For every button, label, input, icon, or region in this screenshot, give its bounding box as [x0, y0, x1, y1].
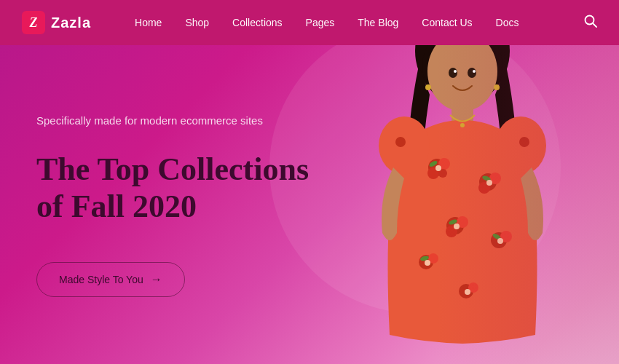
svg-point-30: [486, 180, 492, 186]
hero-content: Specifically made for modern ecommerce s…: [0, 45, 364, 364]
site-header: Z Zazla Home Shop Collections Pages The …: [0, 0, 619, 45]
svg-point-33: [425, 260, 430, 266]
svg-point-34: [465, 289, 470, 295]
svg-line-43: [593, 23, 596, 27]
svg-point-35: [379, 116, 430, 175]
svg-point-40: [425, 84, 431, 90]
logo-icon: Z: [22, 11, 45, 34]
main-nav: Home Shop Collections Pages The Blog Con…: [135, 17, 584, 28]
nav-collections[interactable]: Collections: [232, 17, 282, 28]
svg-point-29: [435, 165, 441, 171]
cta-button[interactable]: Made Style To You →: [36, 262, 185, 297]
hero-subtitle: Specifically made for modern ecommerce s…: [36, 112, 320, 130]
svg-point-37: [395, 137, 406, 147]
svg-point-41: [494, 84, 500, 90]
svg-point-36: [495, 116, 546, 175]
hero-title: The Top Collectionsof Fall 2020: [36, 151, 320, 225]
svg-point-5: [468, 68, 476, 78]
nav-pages[interactable]: Pages: [306, 17, 335, 28]
nav-contact[interactable]: Contact Us: [422, 17, 472, 28]
nav-blog[interactable]: The Blog: [358, 17, 398, 28]
logo[interactable]: Z Zazla: [22, 11, 91, 34]
nav-shop[interactable]: Shop: [185, 17, 209, 28]
nav-docs[interactable]: Docs: [496, 17, 519, 28]
search-icon[interactable]: [584, 15, 597, 31]
logo-text: Zazla: [51, 15, 91, 31]
svg-point-4: [449, 68, 457, 78]
nav-home[interactable]: Home: [135, 17, 162, 28]
cta-label: Made Style To You: [59, 274, 143, 285]
svg-point-7: [473, 70, 476, 73]
svg-point-32: [497, 238, 503, 244]
svg-point-38: [519, 137, 529, 147]
svg-point-31: [454, 223, 460, 229]
arrow-icon: →: [151, 273, 162, 286]
svg-point-39: [460, 123, 465, 127]
svg-point-6: [454, 70, 457, 73]
